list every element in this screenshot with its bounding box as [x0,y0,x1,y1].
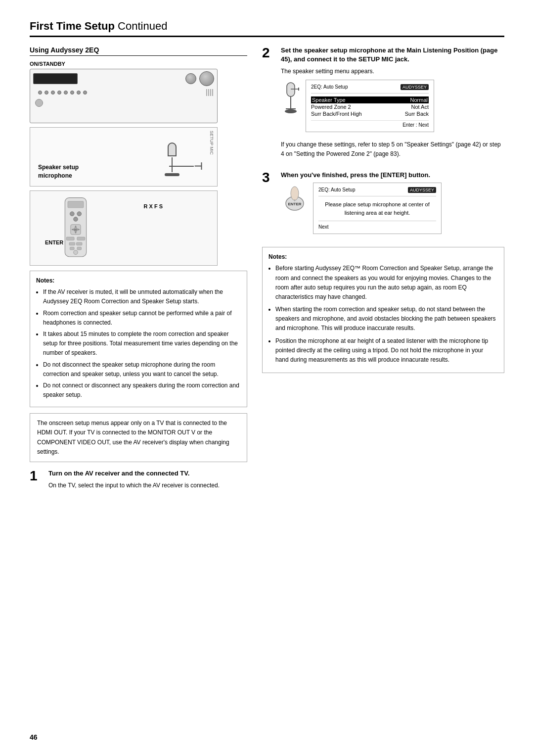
step-3-title: When you've finished, press the [ENTER] … [281,171,504,180]
rxfs-label: R X F S [143,203,163,209]
step-2-desc1: The speaker setting menu appears. [281,67,504,76]
menu2-next: Next [318,224,436,230]
step-1-content: Turn on the AV receiver and the connecte… [48,469,247,493]
right-notes-list: Before starting Audyssey 2EQ™ Room Corre… [268,264,498,365]
svg-point-4 [74,217,78,222]
step-2-desc2: If you change these settings, refer to s… [281,140,504,159]
audyssey-badge2: AUDYSSEY [408,187,436,193]
svg-rect-15 [76,242,82,245]
audyssey-badge: AUDYSSEY [400,84,429,90]
remote-svg: ENT [46,196,105,260]
receiver-button [35,99,43,107]
receiver-dot [51,91,55,94]
mic-setup-box: Speaker setup microphone ⊣ SETUP MIC [30,127,218,187]
menu2-header: 2EQ: Auto Setup AUDYSSEY [318,187,436,193]
svg-rect-1 [68,201,84,208]
step-1-title: Turn on the AV receiver and the connecte… [48,469,247,478]
right-column: 2 Set the speaker setup microphone at th… [262,46,504,502]
receiver-dot [70,91,74,94]
receiver-dot [44,91,48,94]
step2-menu: 2EQ: Auto Setup AUDYSSEY Speaker Type No… [306,80,434,132]
right-note-item: When starting the room correction and sp… [275,305,498,333]
menu2-center-text: Please place setup microphone at center … [318,200,436,217]
receiver-dot [83,91,87,94]
mic-connector: ⊣ [194,160,202,172]
section-title: Using Audyssey 2EQ [30,46,247,56]
step-2: 2 Set the speaker setup microphone at th… [262,46,504,162]
svg-text:ENT: ENT [74,229,77,231]
step3-menu: 2EQ: Auto Setup AUDYSSEY Please place se… [313,183,442,234]
page-title: First Time Setup Continued [30,20,504,37]
on-standby-label: ON/STANDBY [30,61,247,67]
menu-row-surr-back: Surr Back/Front High Surr Back [311,110,429,117]
step-3-content: When you've finished, press the [ENTER] … [281,171,504,238]
right-notes-title: Notes: [268,252,498,262]
right-note-item: Before starting Audyssey 2EQ™ Room Corre… [275,264,498,302]
receiver-display [33,73,78,84]
note-item: It takes about 15 minutes to complete th… [43,330,241,358]
mic-head [168,142,177,156]
notes-list: If the AV receiver is muted, it will be … [36,287,241,400]
step2-mic-illustration [281,82,301,126]
receiver-dot [77,91,81,94]
receiver-illustration [30,69,218,123]
info-box: The onscreen setup menus appear only on … [30,413,247,462]
svg-rect-14 [69,242,75,245]
left-column: Using Audyssey 2EQ ON/STANDBY [30,46,247,502]
enter-btn-svg: ENTER [281,185,308,222]
receiver-knob [185,73,196,84]
setup-mic-label: SETUP MIC [209,131,214,155]
enter-button-illustration: ENTER [281,185,308,223]
notes-title: Notes: [36,276,241,285]
note-item: Do not disconnect the speaker setup micr… [43,360,241,379]
svg-rect-13 [77,237,85,240]
step-1-desc: On the TV, select the input to which the… [48,481,247,490]
svg-point-3 [77,212,82,216]
receiver-vent [206,89,213,96]
receiver-dial [199,71,214,86]
step-2-title: Set the speaker setup microphone at the … [281,46,504,64]
menu-enter-row: Enter : Next [311,120,429,128]
page-number: 46 [30,733,38,741]
right-notes-box: Notes: Before starting Audyssey 2EQ™ Roo… [262,247,504,373]
receiver-dot [57,91,61,94]
menu-row-speaker-type: Speaker Type Normal [311,96,429,103]
mic-base [165,173,179,176]
step-2-number: 2 [262,46,276,60]
step-1-number: 1 [30,469,44,483]
remote-illustration-box: ENTER R X F S ENT [30,190,218,266]
step2-mic-svg [281,82,301,126]
note-item: Do not connect or disconnect any speaker… [43,381,241,400]
notes-box: Notes: If the AV receiver is muted, it w… [30,271,247,407]
svg-rect-19 [287,83,295,96]
mic-label: Speaker setup microphone [38,163,79,180]
step-3-number: 3 [262,171,276,185]
enter-label: ENTER [45,239,63,245]
svg-text:ENTER: ENTER [288,202,301,206]
svg-rect-12 [66,237,74,240]
mic-cable-assembly: ⊣ [169,160,202,172]
right-note-item: Position the microphone at ear height of… [275,336,498,365]
step-1: 1 Turn on the AV receiver and the connec… [30,469,247,493]
mic-cable [169,166,194,167]
svg-rect-17 [77,247,82,250]
svg-point-18 [74,250,78,255]
step-3: 3 When you've finished, press the [ENTER… [262,171,504,238]
svg-point-2 [70,212,74,216]
svg-point-22 [285,109,297,113]
svg-point-27 [291,187,299,200]
svg-rect-16 [70,247,74,250]
menu-row-powered-zone: Powered Zone 2 Not Act [311,103,429,110]
note-item: If the AV receiver is muted, it will be … [43,287,241,306]
menu-header: 2EQ: Auto Setup AUDYSSEY [311,84,429,90]
receiver-dot [64,91,68,94]
note-item: Room correction and speaker setup cannot… [43,309,241,328]
step-2-content: Set the speaker setup microphone at the … [281,46,504,162]
receiver-dot [38,91,42,94]
